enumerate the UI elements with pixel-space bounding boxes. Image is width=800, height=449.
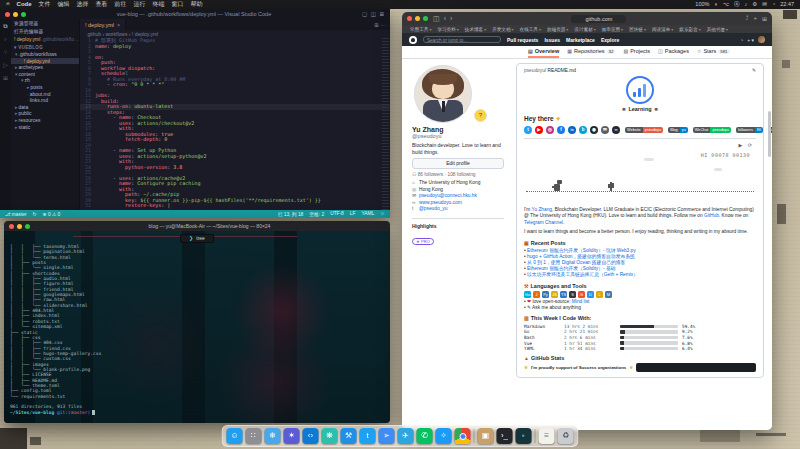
post-link[interactable]: 以太坊开发环境及工具链选择汇总（Geth + Remix） <box>524 272 756 278</box>
facebook-icon[interactable]: f <box>557 126 565 134</box>
edit-profile-button[interactable]: Edit profile <box>412 158 504 169</box>
email-icon[interactable]: ✉ <box>601 126 609 134</box>
tab-projects[interactable]: ▧Projects <box>623 46 650 58</box>
browser-nav-icon[interactable]: ◫ <box>433 15 440 23</box>
zoom-button[interactable] <box>21 12 26 17</box>
tree-item-deploy.yml[interactable]: ·! deploy.yml <box>11 58 79 65</box>
menu-item-前往[interactable]: 前往 <box>115 0 127 9</box>
search-icon[interactable]: ⌕ <box>4 36 7 43</box>
intro-link[interactable]: GitHub <box>704 213 719 218</box>
dock-navigation-icon[interactable]: ➢ <box>379 428 395 444</box>
dock-twitter-icon[interactable]: t <box>360 428 376 444</box>
address-bar[interactable]: github.com <box>571 15 626 23</box>
dock-chat-app-icon[interactable]: ❋ <box>322 428 338 444</box>
project-header[interactable]: ▾ VUEBLOG <box>11 43 79 51</box>
bookmark-常用工具[interactable]: 常用工具▾ <box>410 27 431 32</box>
shell-prompt[interactable]: ~/Sites/vue-blog git:(master) <box>10 410 386 415</box>
menu-item-窗口[interactable]: 窗口 <box>172 0 184 9</box>
layout-icons[interactable]: ▢ ◫ ⊞ <box>362 11 385 17</box>
menu-clock[interactable]: 22:47 <box>780 0 794 9</box>
statusbar-item[interactable]: ↻ <box>33 212 37 217</box>
github-logo-icon[interactable] <box>409 36 417 44</box>
scrollbar[interactable] <box>768 111 771 157</box>
dock-document-icon[interactable]: ≡ <box>539 428 555 444</box>
tree-item-.githubworkflows[interactable]: ▾.github/workflows <box>11 51 79 58</box>
status-icon[interactable]: ⚙ <box>752 0 757 9</box>
nav-marketplace[interactable]: Marketplace <box>566 37 595 43</box>
tree-item-zh[interactable]: ▾zh <box>11 77 79 84</box>
tab-deploy-yml[interactable]: ! deploy.yml × <box>80 19 126 30</box>
github-icon[interactable]: ◉ <box>590 126 598 134</box>
bookmark-效率应用[interactable]: 效率应用▾ <box>602 27 623 32</box>
open-editors-header[interactable]: 打开的编辑器 <box>11 27 79 35</box>
terminal-titlebar[interactable]: blog — yu@MacBook-Air — ~/Sites/vue-blog… <box>4 221 390 231</box>
editor-actions[interactable]: ⊞ ··· <box>374 19 390 30</box>
statusbar-item[interactable]: ☺ <box>380 211 385 217</box>
notifications-bell-icon[interactable]: ◔ <box>740 37 743 43</box>
infinity-icon[interactable]: ∞ <box>612 126 620 134</box>
browser-action-icon[interactable]: + <box>753 15 757 22</box>
statusbar-item[interactable]: YAML <box>361 211 374 217</box>
edit-readme-icon[interactable]: ✎ <box>752 68 756 73</box>
bookmark-开发文档[interactable]: 开发文档▾ <box>492 27 513 32</box>
status-icon[interactable]: Ⓐ <box>734 0 740 9</box>
breadcrumb[interactable]: .github › workflows › ! deploy.yml <box>80 30 390 38</box>
dock-xcode-icon[interactable]: ⚒ <box>341 428 357 444</box>
statusbar-item[interactable]: ⊗ 0 ⚠ 0 <box>43 212 61 217</box>
browser-action-icon[interactable]: ⤴ <box>745 15 748 22</box>
minimize-button[interactable] <box>415 16 420 21</box>
badge-followers[interactable]: followers86 <box>736 127 763 133</box>
debug-icon[interactable]: ▷ <box>3 61 8 68</box>
menu-item-编辑[interactable]: 编辑 <box>58 0 70 9</box>
bookmark-学习资料[interactable]: 学习资料▾ <box>437 27 458 32</box>
code-editor[interactable]: 1# 部署到 GitHub Pages2name: deploy34on:5 p… <box>80 38 390 210</box>
minimize-button[interactable] <box>13 12 18 17</box>
zoom-button[interactable] <box>25 224 30 229</box>
tab-overview[interactable]: ▤Overview <box>528 46 559 58</box>
tree-item-public[interactable]: ▸public <box>11 110 79 117</box>
nav-issues[interactable]: Issues <box>544 37 560 43</box>
bookmark-前端资源[interactable]: 前端资源▾ <box>547 27 568 32</box>
dock-devtool-icon[interactable]: ▪ <box>516 428 532 444</box>
intro-link[interactable]: Telegram Channel <box>524 220 563 225</box>
bookmark-在线工具[interactable]: 在线工具▾ <box>520 27 541 32</box>
bilibili-icon[interactable]: b <box>579 126 587 134</box>
user-avatar-small[interactable] <box>758 36 765 43</box>
tree-item-data[interactable]: ▸data <box>11 104 79 111</box>
terminal-tab[interactable]: ❯ tree <box>180 234 214 243</box>
vscode-titlebar[interactable]: vue-blog — .github/workflows/deploy.yml … <box>0 9 390 19</box>
bookmark-娱乐影音[interactable]: 娱乐影音▾ <box>679 27 700 32</box>
statusbar-item[interactable]: 行 13, 列 18 <box>278 211 304 217</box>
open-editor-entry[interactable]: ! deploy.yml .github/workflo… <box>11 35 79 43</box>
zoom-button[interactable] <box>423 16 428 21</box>
followers-line[interactable]: ⚇ 86 followers · 108 following <box>412 172 508 177</box>
mind-list-link[interactable]: Mind list <box>572 299 590 304</box>
badge-blog[interactable]: Blogyu <box>668 127 688 133</box>
menu-item-文件[interactable]: 文件 <box>39 0 51 9</box>
profile-detail[interactable]: ∞www.pseudoyu.com <box>412 200 508 207</box>
dock-terminal-app-icon[interactable]: ›_ <box>497 428 513 444</box>
readme-owner[interactable]: pseudoyu <box>524 68 545 73</box>
intro-link[interactable]: Yu Zhang <box>532 207 553 212</box>
status-emoji-badge[interactable]: ? <box>474 109 487 122</box>
statusbar-item[interactable]: UTF-8 <box>330 211 344 217</box>
dock-finder-icon[interactable]: ☺ <box>227 428 243 444</box>
apple-menu-icon[interactable]: ⍟ <box>6 0 10 9</box>
dock-safari-icon[interactable]: ✧ <box>436 428 452 444</box>
status-icon[interactable]: ✉ <box>762 0 767 9</box>
tree-item-archetypes[interactable]: ▸archetypes <box>11 64 79 71</box>
tree-item-static[interactable]: ▸static <box>11 124 79 131</box>
browser-nav-icon[interactable]: › <box>450 15 452 23</box>
statusbar-item[interactable]: LF <box>350 211 356 217</box>
status-icon[interactable]: ◐ <box>714 0 717 9</box>
tab-repositories[interactable]: ▦Repositories32 <box>567 46 615 58</box>
profile-detail[interactable]: t@pseudo_yu <box>412 206 508 213</box>
close-button[interactable] <box>9 224 14 229</box>
browser-action-icon[interactable]: ⊞ <box>762 15 767 22</box>
twitter-icon[interactable]: t <box>524 126 532 134</box>
linkedin-icon[interactable]: in <box>568 126 576 134</box>
dock-fig-icon[interactable]: ❄ <box>265 428 281 444</box>
dino-game[interactable]: ▶ ⟳ HI 00078 00130 <box>524 142 756 204</box>
youtube-icon[interactable]: ▶ <box>535 126 543 134</box>
tab-packages[interactable]: ◫Packages <box>658 46 689 58</box>
